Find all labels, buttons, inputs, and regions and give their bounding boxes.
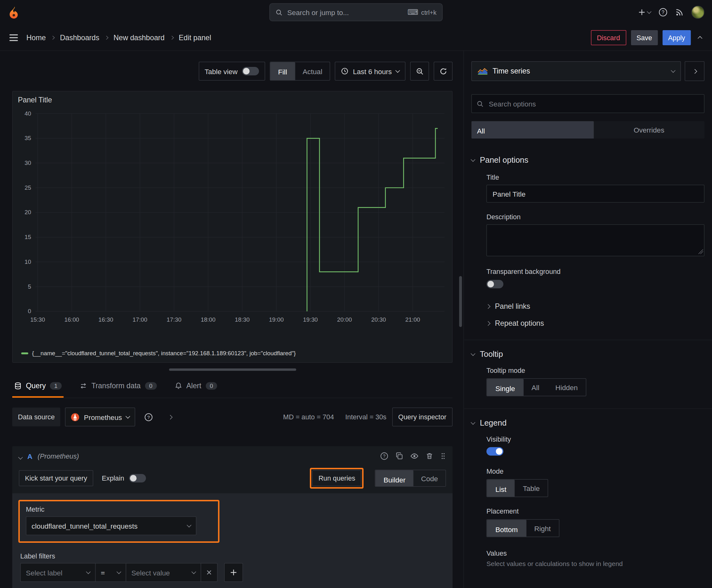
transparent-background-toggle[interactable]: [487, 280, 503, 288]
tooltip-hidden-button[interactable]: Hidden: [547, 379, 586, 396]
query-collapse-toggle[interactable]: [19, 452, 22, 460]
visualization-toolbar: Table view Fill Actual Last 6 hours: [12, 61, 453, 81]
tooltip-single-button[interactable]: Single: [487, 379, 524, 396]
svg-text:5: 5: [28, 283, 31, 290]
operator-dropdown[interactable]: =: [95, 563, 126, 582]
chevron-right-icon: [51, 36, 55, 40]
svg-text:19:30: 19:30: [303, 316, 318, 323]
time-range-picker[interactable]: Last 6 hours: [335, 62, 405, 81]
actual-button[interactable]: Actual: [295, 62, 330, 80]
chevron-down-icon: [471, 157, 475, 162]
legend-visibility-toggle[interactable]: [487, 447, 503, 456]
repeat-options-section[interactable]: Repeat options: [487, 319, 705, 328]
legend-bottom-button[interactable]: Bottom: [487, 520, 526, 538]
tab-query[interactable]: Query 1: [12, 376, 64, 398]
news-button[interactable]: [675, 8, 684, 17]
fill-actual-segment: Fill Actual: [270, 62, 330, 81]
tab-alert[interactable]: Alert 0: [173, 376, 219, 398]
legend-table-button[interactable]: Table: [515, 480, 548, 497]
legend-header[interactable]: Legend: [472, 418, 705, 428]
add-menu-button[interactable]: [638, 8, 651, 16]
tab-transform[interactable]: Transform data 0: [78, 376, 158, 398]
global-search-input[interactable]: [286, 8, 404, 17]
panel-actions: Discard Save Apply: [591, 30, 705, 45]
panel-resize-handle[interactable]: [169, 369, 296, 371]
legend-list-button[interactable]: List: [487, 480, 515, 497]
tooltip-all-button[interactable]: All: [524, 379, 547, 396]
options-search-box[interactable]: [472, 94, 705, 113]
legend-placement-group: Bottom Right: [487, 519, 559, 537]
toggle-viz-suggestions-button[interactable]: [685, 61, 705, 81]
drag-handle[interactable]: [440, 452, 446, 460]
operator-value: =: [101, 569, 105, 577]
chevron-down-icon: [471, 351, 475, 356]
svg-text:?: ?: [662, 10, 665, 15]
visualization-picker[interactable]: Time series: [472, 61, 681, 81]
options-search-input[interactable]: [488, 99, 699, 108]
legend-right-button[interactable]: Right: [526, 520, 559, 537]
datasource-picker[interactable]: Prometheus: [65, 408, 135, 426]
label-filters-label: Label filters: [20, 552, 445, 560]
grafana-logo[interactable]: [7, 5, 22, 19]
save-button[interactable]: Save: [631, 30, 658, 45]
add-filter-button[interactable]: [224, 563, 243, 582]
breadcrumb-new-dashboard[interactable]: New dashboard: [113, 33, 165, 42]
help-button[interactable]: ?: [658, 7, 668, 17]
table-view-toggle[interactable]: [242, 67, 259, 76]
discard-button[interactable]: Discard: [591, 30, 626, 45]
chart-legend[interactable]: {__name__="cloudflared_tunnel_total_requ…: [13, 350, 452, 362]
query-builder: Metric cloudflared_tunnel_total_requests…: [12, 493, 453, 588]
max-data-points: MD = auto = 704: [283, 413, 334, 421]
query-count-badge: 1: [50, 382, 62, 390]
duplicate-query-button[interactable]: [395, 452, 403, 460]
explain-label: Explain: [102, 475, 124, 482]
explain-toggle[interactable]: [129, 474, 146, 482]
main-scrollbar-thumb[interactable]: [459, 276, 462, 327]
svg-text:35: 35: [24, 135, 31, 141]
tab-alert-label: Alert: [186, 382, 201, 390]
avatar[interactable]: [691, 6, 705, 19]
select-value-dropdown[interactable]: Select value: [126, 563, 201, 582]
breadcrumb-home[interactable]: Home: [26, 33, 46, 42]
select-label-dropdown[interactable]: Select label: [20, 563, 96, 582]
builder-button[interactable]: Builder: [375, 470, 413, 487]
fill-button[interactable]: Fill: [270, 62, 295, 81]
metric-select[interactable]: cloudflared_tunnel_total_requests: [26, 517, 196, 535]
resize-grip-icon[interactable]: [698, 249, 703, 254]
svg-text:0: 0: [28, 308, 31, 314]
menu-icon[interactable]: [7, 33, 20, 43]
tab-transform-label: Transform data: [91, 382, 141, 390]
query-inspector-button[interactable]: Query inspector: [392, 408, 453, 426]
kick-start-button[interactable]: Kick start your query: [19, 470, 93, 486]
global-search-box[interactable]: ⌨ ctrl+k: [269, 3, 443, 21]
apply-button[interactable]: Apply: [662, 30, 691, 45]
datasource-help-button[interactable]: ?: [140, 408, 157, 426]
zoom-out-button[interactable]: [410, 62, 429, 81]
query-help-button[interactable]: ?: [380, 452, 389, 460]
breadcrumb-dashboards[interactable]: Dashboards: [60, 33, 99, 42]
chevron-down-icon: [647, 9, 651, 14]
title-label: Title: [487, 173, 705, 181]
divider: [464, 340, 712, 340]
panel-options-header[interactable]: Panel options: [472, 155, 705, 165]
timeseries-icon: [477, 67, 488, 75]
refresh-button[interactable]: [434, 62, 453, 81]
datasource-row: Data source Prometheus ? MD = auto = 704…: [12, 408, 453, 426]
title-input-wrap: [487, 185, 705, 203]
panel-links-section[interactable]: Panel links: [487, 302, 705, 311]
query-options-expand[interactable]: [162, 408, 179, 426]
delete-query-button[interactable]: [426, 452, 433, 460]
tooltip-header[interactable]: Tooltip: [472, 350, 705, 359]
toggle-visibility-button[interactable]: [410, 452, 419, 460]
run-queries-button[interactable]: Run queries: [312, 470, 361, 486]
tab-overrides[interactable]: Overrides: [594, 121, 705, 139]
description-textarea[interactable]: [487, 224, 705, 256]
visualization-name: Time series: [493, 67, 530, 76]
code-button[interactable]: Code: [413, 470, 446, 486]
chart-area[interactable]: 051015202530354015:3016:0016:3017:0017:3…: [13, 105, 452, 350]
tab-all[interactable]: All: [472, 121, 594, 139]
title-input[interactable]: [492, 189, 699, 198]
remove-filter-button[interactable]: [201, 563, 218, 582]
collapse-options-button[interactable]: [696, 31, 705, 45]
select-value-placeholder: Select value: [132, 569, 170, 577]
